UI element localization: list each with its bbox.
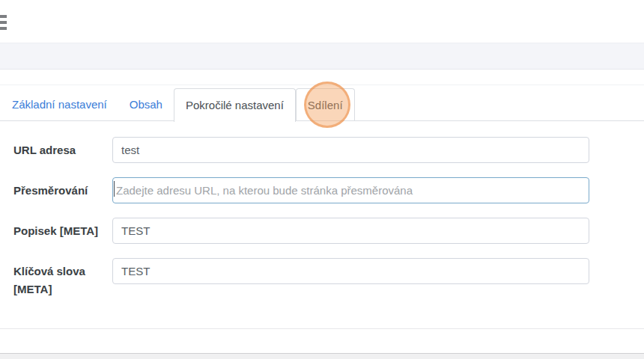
popisek-meta-label: Popisek [META] [13, 222, 103, 240]
tab-obsah[interactable]: Obsah [118, 88, 174, 120]
hamburger-bar [0, 15, 7, 18]
presmerovani-label: Přesměrování [13, 182, 103, 200]
hamburger-bar [0, 21, 7, 24]
url-adresa-input[interactable] [112, 137, 589, 163]
panel-bottom-border [0, 353, 644, 359]
toolbar-band [0, 43, 644, 70]
panel-top-border [0, 85, 644, 85]
top-header [0, 0, 644, 43]
text-cursor [114, 181, 115, 197]
tab-sdileni[interactable]: Sdílení [296, 88, 355, 120]
tab-pokrocile-nastaveni[interactable]: Pokročilé nastavení [174, 88, 296, 122]
klicova-slova-meta-label: Klíčová slova [META] [13, 263, 103, 298]
url-adresa-label: URL adresa [13, 141, 103, 159]
presmerovani-input[interactable] [112, 177, 589, 203]
popisek-meta-input[interactable] [112, 218, 589, 244]
tab-bar: Základní nastavení Obsah Pokročilé nasta… [1, 88, 355, 122]
form-footer-divider [0, 328, 644, 329]
tab-zakladni-nastaveni[interactable]: Základní nastavení [1, 88, 118, 120]
klicova-slova-meta-input[interactable] [112, 258, 589, 284]
hamburger-bar [0, 27, 7, 30]
hamburger-menu-icon[interactable] [0, 15, 7, 31]
